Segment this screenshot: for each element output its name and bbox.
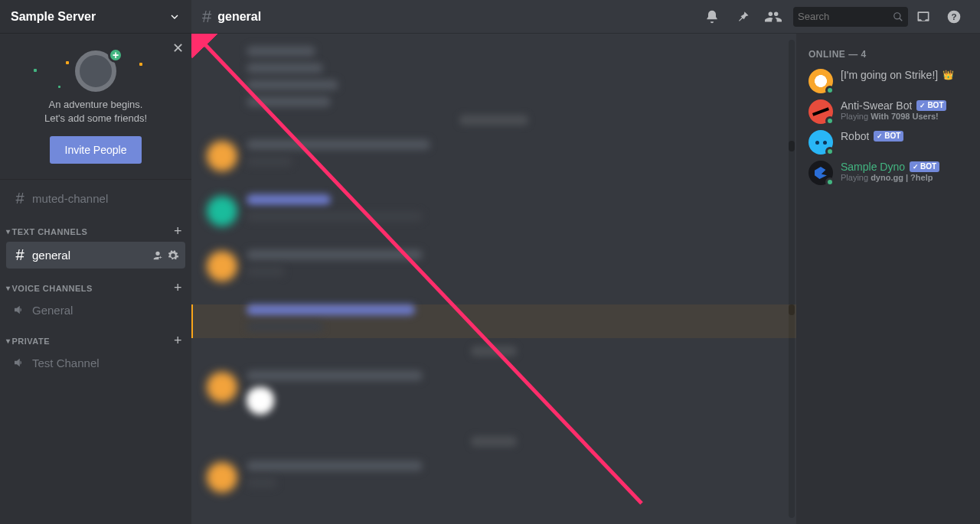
channel-label: Test Channel [32,356,179,369]
status-online-icon [825,147,835,156]
hash-icon: # [12,190,28,207]
date-divider [207,115,781,125]
member-item[interactable]: [I'm going on Strike!]👑 [802,66,974,96]
member-activity: Playing With 7098 Users! [841,112,946,121]
svg-text:?: ? [951,11,956,21]
create-channel-icon[interactable]: + [174,333,182,349]
status-online-icon [825,86,835,95]
crown-icon: 👑 [942,70,954,80]
avatar [808,69,833,93]
chevron-down-icon [168,11,181,23]
category-text-channels[interactable]: ▾ TEXT CHANNELS + [0,213,191,241]
member-item[interactable]: Anti-Swear Bot✓BOTPlaying With 7098 User… [802,96,974,127]
member-list: ONLINE — 4 [I'm going on Strike!]👑Anti-S… [796,34,980,524]
status-online-icon [825,116,835,125]
category-label: VOICE CHANNELS [12,284,174,293]
channel-label: General [32,304,179,317]
pinned-messages-icon[interactable] [732,6,753,28]
inbox-icon[interactable] [913,6,934,28]
search-box[interactable] [793,7,908,27]
channel-header: # general ? [191,0,980,34]
channel-name: general [217,10,261,24]
create-invite-icon[interactable] [152,249,164,262]
member-list-icon[interactable] [763,6,784,28]
members-online-header: ONLINE — 4 [802,49,974,66]
member-item[interactable]: Robot✓BOT [802,127,974,158]
bot-tag: ✓BOT [874,131,903,142]
server-header[interactable]: Sample Server [0,0,191,34]
create-channel-icon[interactable]: + [174,223,182,239]
message-blurred [191,194,796,228]
channel-muted[interactable]: # muted-channel [6,185,185,212]
speaker-icon [12,356,28,369]
category-label: TEXT CHANNELS [12,227,174,236]
speaker-icon [12,303,28,317]
plus-icon: + [108,47,123,63]
chat-area [191,34,796,524]
date-divider [207,436,781,447]
avatar [808,130,833,155]
member-item[interactable]: Sample Dyno✓BOTPlaying dyno.gg | ?help [802,158,974,188]
welcome-line2: Let's add some friends! [44,112,147,125]
chevron-down-icon: ▾ [6,284,11,292]
message-blurred [191,139,796,173]
member-name: [I'm going on Strike!] [841,69,938,81]
voice-channel-general[interactable]: General [6,298,185,321]
notifications-icon[interactable] [701,6,723,28]
search-icon [893,11,903,22]
channel-label: general [32,249,152,262]
message-blurred [191,461,796,494]
invite-people-button[interactable]: Invite People [50,136,142,164]
status-online-icon [825,177,835,187]
svg-point-0 [894,12,900,18]
channel-label: muted-channel [32,192,179,205]
avatar [808,161,833,185]
member-activity: Playing dyno.gg | ?help [841,173,939,182]
welcome-line1: An adventure begins. [49,98,143,112]
avatar [808,99,833,124]
channel-list: # muted-channel ▾ TEXT CHANNELS + # gene… [0,180,191,524]
create-channel-icon[interactable]: + [174,280,182,296]
bot-tag: ✓BOT [910,161,939,172]
help-icon[interactable]: ? [943,6,965,28]
welcome-card: ✕ + An adventure begins. Let's add some … [0,34,191,180]
channel-sidebar: ✕ + An adventure begins. Let's add some … [0,34,191,524]
category-voice-channels[interactable]: ▾ VOICE CHANNELS + [0,269,191,298]
voice-channel-test[interactable]: Test Channel [6,351,185,374]
chevron-down-icon: ▾ [6,227,11,236]
member-name: Sample Dyno [841,161,905,173]
channel-general[interactable]: # general [6,242,185,269]
hash-icon: # [12,246,28,264]
bot-tag: ✓BOT [916,100,946,111]
svg-line-1 [900,18,903,21]
category-label: PRIVATE [12,337,174,346]
message-mention-blurred [191,304,796,338]
member-name: Robot [841,130,869,142]
date-divider [207,346,781,356]
server-name: Sample Server [11,10,96,24]
chevron-down-icon: ▾ [6,337,11,345]
message-blurred [191,46,796,107]
message-blurred [191,249,796,283]
welcome-art: + [12,47,179,93]
gear-icon[interactable] [167,249,179,262]
member-name: Anti-Swear Bot [841,99,912,112]
search-input[interactable] [798,11,882,22]
hash-icon: # [202,7,211,27]
message-blurred [191,370,796,415]
category-private[interactable]: ▾ PRIVATE + [0,322,191,350]
